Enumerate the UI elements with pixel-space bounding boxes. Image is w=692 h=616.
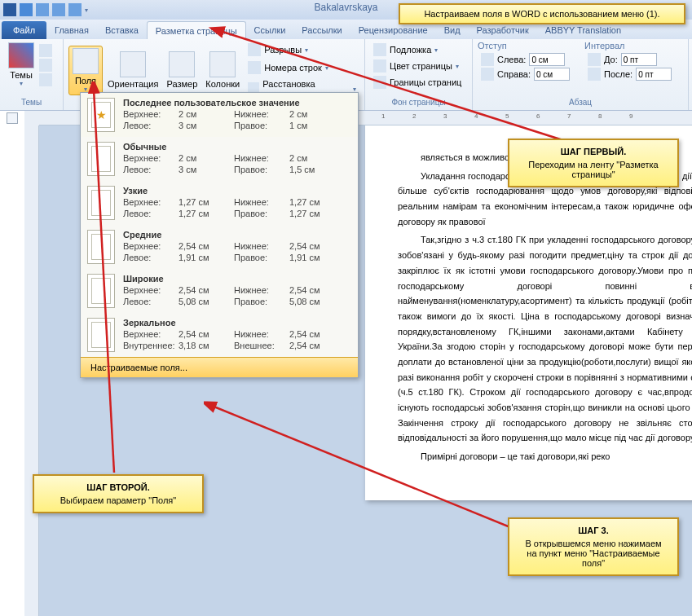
breaks-button[interactable]: Разрывы▾: [245, 42, 359, 57]
chevron-down-icon: ▾: [20, 80, 23, 87]
indent-left-icon: [481, 53, 494, 66]
spacing-before-input[interactable]: [621, 53, 657, 66]
word-icon: [3, 3, 16, 16]
callout-step2: ШАГ ВТОРОЙ. Выбираем параметр "Поля": [33, 474, 204, 513]
tab-page-layout[interactable]: Разметка страницы: [147, 21, 246, 39]
indent-left-input[interactable]: [529, 53, 565, 66]
selection-mode-button[interactable]: [7, 112, 18, 124]
orientation-button[interactable]: Ориентация: [104, 50, 161, 90]
watermark-button[interactable]: Подложка▾: [370, 42, 467, 57]
tab-references[interactable]: Ссылки: [246, 21, 294, 39]
margin-preview-icon: ★: [87, 98, 115, 132]
tab-home[interactable]: Главная: [46, 21, 97, 39]
tab-mailings[interactable]: Рассылки: [293, 21, 350, 39]
qat-dropdown-icon[interactable]: ▾: [85, 7, 88, 14]
page-color-button[interactable]: Цвет страницы▾: [370, 59, 467, 73]
orientation-icon: [120, 51, 146, 77]
page-borders-button[interactable]: Границы страниц: [370, 75, 467, 90]
spacing-before-icon: [588, 53, 601, 66]
margin-option-wide[interactable]: Широкие Верхнее:2,54 смНижнее:2,54 см Ле…: [81, 269, 358, 313]
qat-more-icon[interactable]: [68, 3, 82, 16]
theme-fonts-icon[interactable]: [39, 59, 52, 72]
margins-button[interactable]: Поля ▾: [68, 46, 103, 95]
columns-icon: [209, 51, 236, 77]
indent-left[interactable]: Слева:: [478, 52, 573, 67]
spacing-after[interactable]: После:: [584, 67, 675, 81]
margin-option-normal[interactable]: Обычные Верхнее:2 смНижнее:2 см Левое:3 …: [81, 137, 358, 181]
spacing-before[interactable]: До:: [584, 52, 675, 67]
spacing-after-input[interactable]: [636, 68, 672, 81]
callout-top: Настраиваем поля в WORD с использованием…: [399, 3, 685, 24]
borders-icon: [373, 76, 386, 89]
file-tab[interactable]: Файл: [2, 21, 46, 39]
watermark-icon: [373, 43, 386, 56]
themes-icon: [8, 42, 34, 68]
margins-dropdown: ★ Последнее пользовательское значение Ве…: [80, 92, 359, 378]
doc-paragraph: Так,згідно з ч.3 ст.180 ГК при укладенні…: [398, 232, 692, 446]
margin-preview-icon: [87, 230, 115, 264]
tab-insert[interactable]: Вставка: [97, 21, 147, 39]
margin-preview-icon: [87, 318, 115, 352]
group-themes: Темы ▾ Темы: [0, 39, 64, 110]
margin-preview-icon: [87, 274, 115, 308]
margin-option-last[interactable]: ★ Последнее пользовательское значение Ве…: [81, 93, 358, 137]
size-button[interactable]: Размер: [163, 50, 201, 90]
doc-paragraph: Примірні договори – це такі договори,які…: [398, 449, 692, 464]
redo-icon[interactable]: [52, 3, 65, 16]
page-color-icon: [373, 59, 386, 73]
indent-right-input[interactable]: [534, 68, 570, 81]
group-page-background: Подложка▾ Цвет страницы▾ Границы страниц…: [365, 39, 473, 110]
line-numbers-icon: [248, 61, 261, 74]
indent-right-icon: [481, 68, 494, 81]
vertical-ruler[interactable]: [24, 125, 39, 616]
undo-icon[interactable]: [36, 3, 49, 16]
breaks-icon: [248, 43, 261, 56]
theme-effects-icon[interactable]: [39, 73, 52, 86]
callout-step3: ШАГ 3. В открывшемся меню нажимаем на пу…: [508, 517, 679, 576]
callout-top-text: Настраиваем поля в WORD с использованием…: [424, 9, 659, 19]
star-icon: ★: [96, 108, 107, 121]
theme-colors-icon[interactable]: [39, 44, 52, 57]
indent-right[interactable]: Справа:: [478, 67, 573, 81]
margin-preview-icon: [87, 186, 115, 220]
callout-step1: ШАГ ПЕРВЫЙ. Переходим на ленту "Разметка…: [508, 139, 679, 187]
ruler-corner: [24, 111, 39, 125]
group-paragraph: Отступ Слева: Справа: Интервал До: После…: [473, 39, 689, 110]
line-numbers-button[interactable]: Номера строк▾: [245, 60, 359, 75]
margin-option-mirror[interactable]: Зеркальное Верхнее:2,54 смНижнее:2,54 см…: [81, 313, 358, 357]
custom-margins-button[interactable]: Настраиваемые поля...: [81, 357, 358, 377]
margins-icon: [73, 48, 99, 74]
margin-preview-icon: [87, 142, 115, 176]
themes-button[interactable]: Темы ▾: [5, 41, 37, 89]
document-title: Bakalavrskaya: [314, 2, 377, 13]
save-icon[interactable]: [20, 3, 33, 16]
columns-button[interactable]: Колонки: [202, 50, 243, 90]
size-icon: [169, 51, 195, 77]
margin-option-narrow[interactable]: Узкие Верхнее:1,27 смНижнее:1,27 см Лево…: [81, 181, 358, 225]
spacing-after-icon: [588, 68, 601, 81]
margin-option-medium[interactable]: Средние Верхнее:2,54 смНижнее:2,54 см Ле…: [81, 225, 358, 269]
